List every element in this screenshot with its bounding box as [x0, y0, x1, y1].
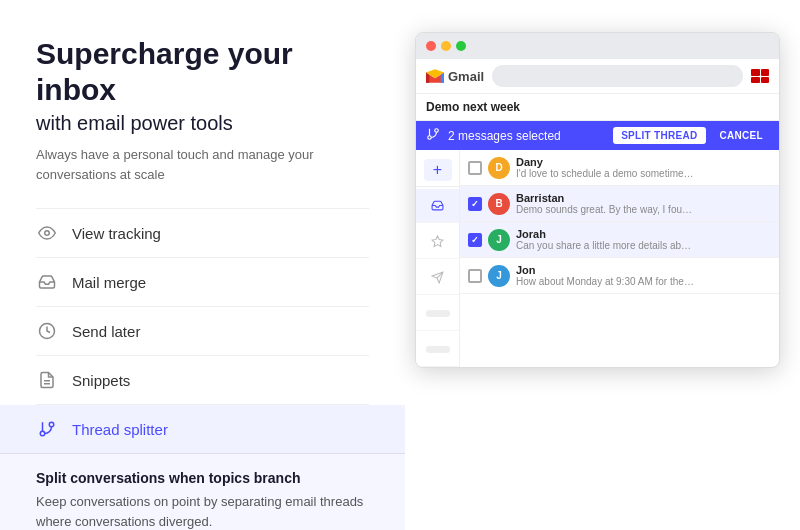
svg-point-5 — [49, 422, 54, 427]
feature-label-thread-splitter: Thread splitter — [72, 421, 168, 438]
thread-content-jon: Jon How about Monday at 9:30 AM for the … — [516, 264, 771, 287]
sender-dany: Dany — [516, 156, 771, 168]
gmail-window: Gmail Demo next week — [415, 32, 780, 368]
send-nav-icon — [431, 271, 444, 284]
inbox-icon — [36, 271, 58, 293]
split-icon — [36, 418, 58, 440]
table-row[interactable]: B Barristan Demo sounds great. By the wa… — [460, 186, 779, 222]
cancel-button[interactable]: CANCEL — [714, 127, 769, 144]
maximize-dot — [456, 41, 466, 51]
clock-icon — [36, 320, 58, 342]
subtitle: with email power tools — [36, 112, 369, 135]
sender-jon: Jon — [516, 264, 771, 276]
gmail-search-bar[interactable] — [492, 65, 743, 87]
feature-label-view-tracking: View tracking — [72, 225, 161, 242]
avatar-barristan: B — [488, 193, 510, 215]
gmail-logo: Gmail — [426, 69, 484, 84]
window-chrome — [416, 33, 779, 59]
svg-point-8 — [435, 129, 439, 133]
table-row[interactable]: J Jon How about Monday at 9:30 AM for th… — [460, 258, 779, 294]
preview-jon: How about Monday at 9:30 AM for the demo… — [516, 276, 696, 287]
thread-content-barristan: Barristan Demo sounds great. By the way,… — [516, 192, 771, 215]
nav-send[interactable] — [416, 261, 459, 295]
checkbox-dany[interactable] — [468, 161, 482, 175]
svg-point-9 — [428, 136, 432, 140]
description: Always have a personal touch and manage … — [36, 145, 369, 184]
preview-jorah: Can you share a little more details abou… — [516, 240, 696, 251]
avatar-dany: D — [488, 157, 510, 179]
nav-placeholder-1 — [416, 297, 459, 331]
nav-placeholder-2 — [416, 333, 459, 367]
svg-marker-10 — [432, 236, 443, 246]
sidebar-item-mail-merge[interactable]: Mail merge — [36, 258, 369, 307]
sidebar-item-send-later[interactable]: Send later — [36, 307, 369, 356]
split-thread-icon — [426, 127, 440, 144]
checkbox-barristan[interactable] — [468, 197, 482, 211]
thread-subject-text: Demo next week — [426, 100, 520, 114]
selection-bar: 2 messages selected SPLIT THREAD CANCEL — [416, 121, 779, 150]
grid-icon — [751, 69, 769, 83]
table-row[interactable]: D Dany I'd love to schedule a demo somet… — [460, 150, 779, 186]
compose-button[interactable]: + — [424, 159, 452, 181]
left-panel: Supercharge your inbox with email power … — [0, 0, 405, 530]
preview-dany: I'd love to schedule a demo sometime nex… — [516, 168, 696, 179]
feature-list: View tracking Mail merge Send later — [36, 208, 369, 530]
sidebar-item-view-tracking[interactable]: View tracking — [36, 208, 369, 258]
feature-label-snippets: Snippets — [72, 372, 130, 389]
svg-point-6 — [40, 431, 45, 436]
avatar-jorah: J — [488, 229, 510, 251]
nav-star[interactable] — [416, 225, 459, 259]
checkbox-jon[interactable] — [468, 269, 482, 283]
gmail-text: Gmail — [448, 69, 484, 84]
main-title: Supercharge your inbox — [36, 36, 369, 108]
close-dot — [426, 41, 436, 51]
split-thread-button[interactable]: SPLIT THREAD — [613, 127, 705, 144]
preview-barristan: Demo sounds great. By the way, I found a… — [516, 204, 696, 215]
active-feature-detail: Split conversations when topics branch K… — [0, 454, 405, 530]
selection-count-text: 2 messages selected — [448, 129, 605, 143]
gmail-header: Gmail — [416, 59, 779, 94]
thread-content-jorah: Jorah Can you share a little more detail… — [516, 228, 771, 251]
compose-area: + — [416, 154, 459, 187]
gmail-m-icon — [426, 69, 444, 83]
inbox-nav-icon — [431, 199, 444, 212]
right-panel: Gmail Demo next week — [405, 0, 800, 530]
gmail-body: + — [416, 150, 779, 367]
checkbox-jorah[interactable] — [468, 233, 482, 247]
sender-barristan: Barristan — [516, 192, 771, 204]
thread-content-dany: Dany I'd love to schedule a demo sometim… — [516, 156, 771, 179]
svg-point-0 — [45, 231, 50, 236]
minimize-dot — [441, 41, 451, 51]
table-row[interactable]: J Jorah Can you share a little more deta… — [460, 222, 779, 258]
side-nav: + — [416, 150, 460, 367]
active-feature-title: Split conversations when topics branch — [36, 470, 369, 486]
sidebar-item-thread-splitter[interactable]: Thread splitter — [0, 405, 405, 454]
thread-list: D Dany I'd love to schedule a demo somet… — [460, 150, 779, 367]
doc-icon — [36, 369, 58, 391]
sidebar-item-snippets[interactable]: Snippets — [36, 356, 369, 405]
sender-jorah: Jorah — [516, 228, 771, 240]
feature-label-send-later: Send later — [72, 323, 140, 340]
star-nav-icon — [431, 235, 444, 248]
eye-icon — [36, 222, 58, 244]
avatar-jon: J — [488, 265, 510, 287]
feature-label-mail-merge: Mail merge — [72, 274, 146, 291]
thread-subject-bar: Demo next week — [416, 94, 779, 121]
nav-inbox[interactable] — [416, 189, 459, 223]
active-feature-description: Keep conversations on point by separatin… — [36, 492, 369, 530]
